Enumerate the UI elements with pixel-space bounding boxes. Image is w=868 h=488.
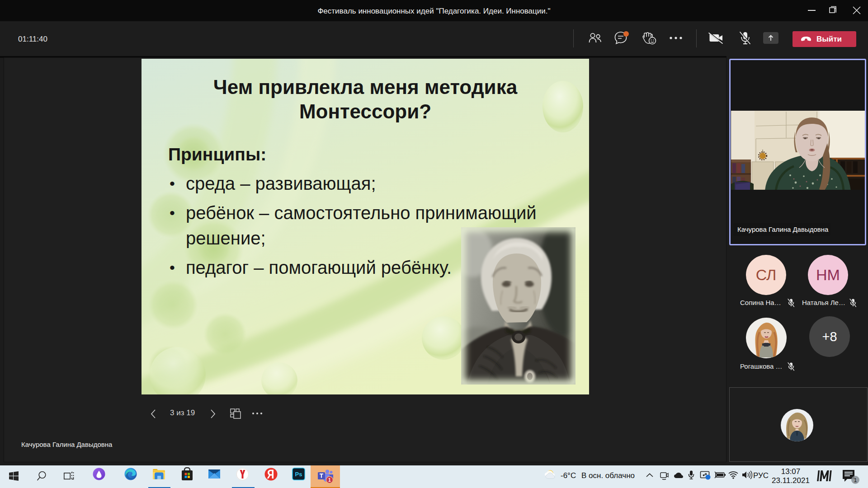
- svg-text:Ps: Ps: [295, 471, 302, 478]
- svg-text:1: 1: [328, 477, 331, 483]
- svg-text:1: 1: [854, 477, 857, 483]
